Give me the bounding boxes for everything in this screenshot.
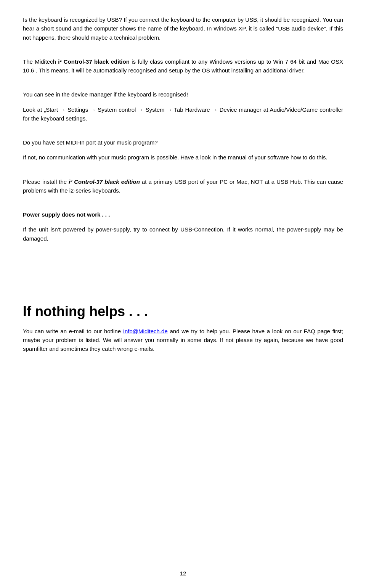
para10-text: You can write an e-mail to our hotline I… [23, 327, 343, 353]
paragraph-3: You can see in the device manager if the… [23, 90, 343, 99]
para5-text: Do you have set MIDI-In port at your mus… [23, 138, 343, 147]
paragraph-5: Do you have set MIDI-In port at your mus… [23, 138, 343, 147]
para3-text: You can see in the device manager if the… [23, 90, 343, 99]
para6-text: If not, no communication with your music… [23, 153, 343, 162]
page-content: Is the keyboard is recognized by USB? If… [0, 0, 366, 390]
para7-prefix: Please install the [23, 178, 69, 185]
para4-text: Look at „Start → Settings → System contr… [23, 105, 343, 123]
paragraph-9: If the unit isn’t powered by power-suppl… [23, 225, 343, 243]
paragraph-4: Look at „Start → Settings → System contr… [23, 105, 343, 123]
paragraph-1: Is the keyboard is recognized by USB? If… [23, 15, 343, 42]
para10-prefix: You can write an e-mail to our hotline [23, 328, 123, 334]
paragraph-8: Power supply does not work . . . [23, 210, 343, 219]
paragraph-7: Please install the i² Control-37 black e… [23, 177, 343, 195]
para2-bold: i² Control-37 black edition [58, 58, 130, 65]
paragraph-2: The Miditech i² Control-37 black edition… [23, 57, 343, 75]
hotline-email-link[interactable]: Info@Miditech.de [123, 328, 168, 334]
para1-text: Is the keyboard is recognized by USB? If… [23, 15, 343, 42]
para2-prefix: The Miditech [23, 58, 58, 65]
para7-bold: i² Control-37 black edition [69, 178, 140, 185]
para8-bold: Power supply does not work . . . [23, 211, 110, 218]
paragraph-10: You can write an e-mail to our hotline I… [23, 327, 343, 353]
para9-text: If the unit isn’t powered by power-suppl… [23, 225, 343, 243]
para8-text: Power supply does not work . . . [23, 210, 343, 219]
para7-text: Please install the i² Control-37 black e… [23, 177, 343, 195]
section-heading: If nothing helps . . . [23, 301, 343, 322]
page-number: 12 [180, 570, 186, 577]
para2-text: The Miditech i² Control-37 black edition… [23, 57, 343, 75]
paragraph-6: If not, no communication with your music… [23, 153, 343, 162]
